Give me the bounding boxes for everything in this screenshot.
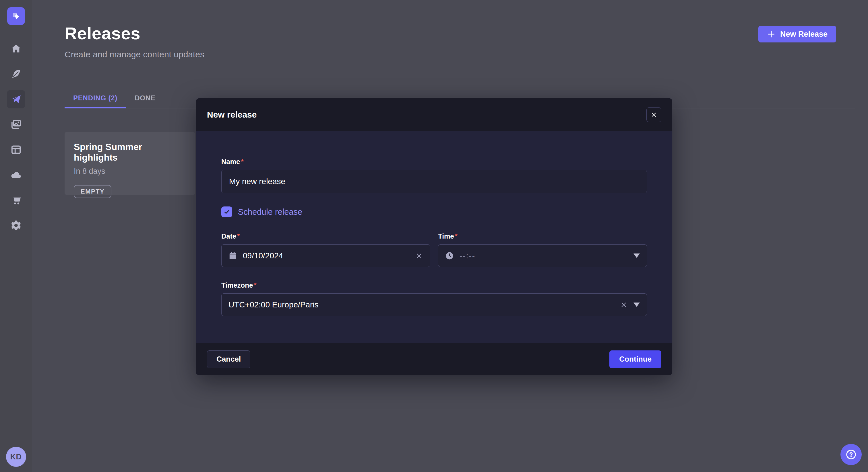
chevron-down-icon[interactable] (633, 303, 640, 307)
timezone-select[interactable]: UTC+02:00 Europe/Paris (221, 293, 647, 316)
timezone-field-label: Timezone (221, 281, 253, 289)
paper-plane-icon (10, 94, 22, 105)
gear-icon (10, 220, 22, 231)
tab-done[interactable]: DONE (126, 88, 164, 108)
date-input[interactable]: 09/10/2024 (221, 244, 430, 267)
clock-icon (445, 251, 454, 260)
clear-x-icon (620, 301, 628, 309)
date-required-mark: * (237, 232, 240, 240)
continue-button[interactable]: Continue (609, 350, 661, 368)
schedule-release-row[interactable]: Schedule release (221, 206, 647, 217)
sidebar-bottom: KD (0, 441, 32, 472)
plus-icon (767, 30, 776, 38)
timezone-required-mark: * (254, 281, 256, 289)
name-input[interactable] (221, 170, 647, 193)
checkmark-icon (223, 208, 230, 215)
time-field-group: Time* --:-- (438, 232, 647, 267)
modal-footer: Cancel Continue (196, 343, 672, 375)
time-field-label: Time (438, 232, 454, 240)
timezone-clear-button[interactable] (620, 301, 628, 309)
schedule-release-checkbox[interactable] (221, 206, 232, 217)
time-placeholder: --:-- (460, 251, 475, 260)
date-field-label: Date (221, 232, 236, 240)
modal-title: New release (207, 110, 257, 120)
modal-body: Name* Schedule release Date* (196, 131, 672, 343)
user-avatar[interactable]: KD (6, 447, 26, 467)
new-release-button-label: New Release (780, 30, 828, 39)
date-field-group: Date* 09/10/2024 (221, 232, 430, 267)
time-select[interactable]: --:-- (438, 244, 647, 267)
sidebar-item-releases[interactable] (7, 90, 25, 108)
datetime-grid: Date* 09/10/2024 (221, 232, 647, 267)
home-icon (10, 43, 22, 55)
new-release-button[interactable]: New Release (758, 26, 836, 42)
page-subtitle: Create and manage content updates (65, 49, 836, 59)
tab-done-label: DONE (135, 94, 156, 102)
release-card-title: Spring Summer highlights (74, 142, 186, 163)
clear-x-icon (415, 252, 423, 260)
time-required-mark: * (455, 232, 458, 240)
modal-close-button[interactable] (646, 107, 661, 122)
chevron-down-icon[interactable] (633, 254, 640, 258)
name-required-mark: * (241, 158, 243, 165)
name-field-group: Name* (221, 158, 647, 193)
sidebar-item-home[interactable] (7, 40, 25, 58)
sidebar-item-marketplace[interactable] (7, 191, 25, 209)
modal-header: New release (196, 98, 672, 131)
close-icon (650, 111, 657, 118)
strapi-logo-icon[interactable] (7, 7, 25, 25)
sidebar-item-cloud[interactable] (7, 166, 25, 184)
timezone-value: UTC+02:00 Europe/Paris (228, 300, 319, 309)
date-value: 09/10/2024 (243, 251, 283, 260)
sidebar-item-content-manager[interactable] (7, 140, 25, 159)
feather-icon (10, 68, 22, 80)
name-field-label: Name (221, 158, 240, 165)
sidebar: KD (0, 0, 32, 472)
cart-icon (10, 194, 22, 206)
strapi-logo-glyph (11, 11, 21, 21)
timezone-field-group: Timezone* UTC+02:00 Europe/Paris (221, 281, 647, 316)
cancel-button[interactable]: Cancel (207, 350, 250, 368)
page-title: Releases (65, 24, 836, 43)
cloud-icon (10, 169, 22, 181)
release-card-meta: In 8 days (74, 167, 186, 176)
schedule-release-label[interactable]: Schedule release (238, 207, 302, 217)
avatar-initials: KD (10, 452, 22, 461)
layout-icon (10, 144, 22, 156)
question-mark-icon (845, 448, 857, 461)
date-clear-button[interactable] (415, 252, 423, 260)
page-header: Releases Create and manage content updat… (32, 0, 868, 59)
tab-pending-label: PENDING (2) (73, 94, 117, 102)
sidebar-nav (7, 40, 25, 235)
new-release-modal: New release Name* Schedule release Date* (196, 98, 672, 375)
calendar-icon (228, 251, 237, 260)
release-card[interactable]: Spring Summer highlights In 8 days EMPTY (65, 132, 195, 195)
sidebar-item-content-type-builder[interactable] (7, 65, 25, 83)
sidebar-item-media-library[interactable] (7, 115, 25, 134)
images-icon (10, 119, 22, 130)
logo-section (0, 0, 32, 32)
tab-pending[interactable]: PENDING (2) (65, 88, 126, 108)
sidebar-item-settings[interactable] (7, 216, 25, 235)
help-button[interactable] (840, 444, 862, 465)
release-card-status-badge: EMPTY (74, 185, 112, 198)
